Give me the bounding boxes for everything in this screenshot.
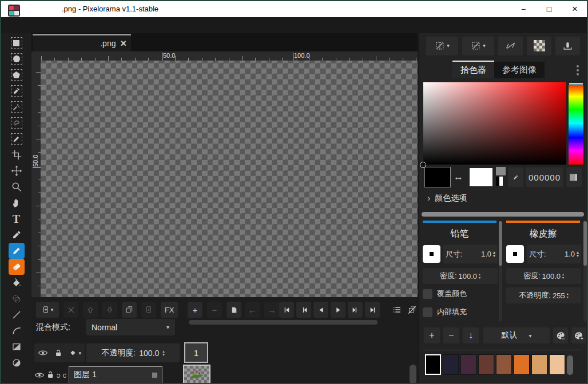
clone-frame-button[interactable] [227, 302, 241, 318]
hue-cursor-icon[interactable] [569, 82, 583, 85]
timeline-vertical-scrollbar[interactable] [410, 365, 416, 384]
curve-tool[interactable] [9, 323, 25, 339]
link-cel-icon[interactable]: ɔ [57, 371, 61, 379]
clone-layer-button[interactable] [122, 302, 137, 318]
add-frame-button[interactable]: + [188, 302, 202, 318]
blend-mode-dropdown[interactable]: Normal ▾ [86, 319, 175, 335]
previous-frame-button[interactable] [296, 302, 311, 318]
move-tool[interactable] [9, 163, 25, 179]
shading-tool[interactable] [9, 291, 25, 307]
timeline-horizontal-scrollbar[interactable] [189, 320, 378, 325]
zoom-tool[interactable] [9, 179, 25, 195]
dynamics-button[interactable] [498, 37, 523, 55]
secondary-color-swatch[interactable] [470, 168, 492, 186]
magic-wand-tool[interactable] [9, 99, 25, 115]
layer-name-field[interactable]: 图层 1 [69, 366, 162, 383]
tab-color-picker[interactable]: 拾色器 [452, 61, 494, 78]
edit-palette-button[interactable] [553, 327, 568, 343]
layer-lock-icon[interactable] [55, 349, 62, 357]
palette-swatch-2[interactable] [443, 354, 459, 375]
hex-color-field[interactable]: 000000 [526, 167, 563, 187]
text-tool[interactable]: T [9, 211, 25, 227]
tab-close-icon[interactable]: × [120, 39, 126, 47]
crop-tool[interactable] [9, 147, 25, 163]
left-brush-button[interactable] [423, 245, 440, 263]
palette-swatch-7[interactable] [531, 354, 547, 375]
layer-opacity-spinner[interactable]: ▴▾ [162, 350, 165, 356]
primary-color-swatch[interactable] [424, 167, 451, 187]
tab-reference-images[interactable]: 参考图像 [494, 62, 545, 78]
greyscale-view-button[interactable] [555, 37, 580, 55]
next-frame-button[interactable] [348, 302, 363, 318]
transparency-background-button[interactable] [527, 37, 551, 55]
right-brush-button[interactable] [506, 245, 524, 263]
hue-slider[interactable] [569, 82, 583, 165]
fill-inside-checkbox[interactable] [423, 307, 432, 317]
right-density-spinner[interactable]: ▴▾ [562, 273, 564, 279]
play-button[interactable] [331, 302, 345, 318]
eraser-opacity-spinner[interactable]: ▴▾ [567, 293, 569, 299]
move-layer-down-button[interactable] [102, 302, 117, 318]
onion-skinning-button[interactable] [404, 302, 419, 318]
overwrite-color-checkbox-row[interactable]: 覆盖颜色 [423, 289, 467, 299]
left-density-field[interactable]: 密度: 100.0 ▴▾ [423, 268, 498, 284]
move-frame-left-button[interactable]: ← [245, 302, 260, 318]
palette-swatch-4[interactable] [478, 354, 494, 375]
layer-visibility-icon[interactable] [38, 349, 48, 357]
timeline-settings-button[interactable] [390, 302, 404, 318]
color-select-tool[interactable] [9, 83, 25, 99]
color-options-expander[interactable]: › 颜色选项 [427, 193, 467, 203]
reset-colors-bottom-icon[interactable] [496, 177, 503, 186]
eraser-opacity-field[interactable]: 不透明度: 255 ▴▾ [506, 287, 581, 303]
remove-color-button[interactable]: − [443, 327, 459, 343]
remove-frame-button[interactable]: − [207, 302, 222, 318]
lasso-select-tool[interactable] [9, 115, 25, 131]
bucket-tool[interactable] [9, 275, 25, 291]
right-size-field[interactable]: 尺寸: 1.0 ▴▾ [527, 245, 581, 263]
panel-horizontal-scrollbar[interactable] [422, 212, 584, 217]
left-density-spinner[interactable]: ▴▾ [479, 273, 480, 279]
layer-fx-button[interactable]: FX [161, 302, 178, 318]
color-picker-tool[interactable] [9, 227, 25, 243]
palette-swatch-5[interactable] [496, 354, 512, 375]
add-color-button[interactable]: + [424, 327, 440, 343]
polygon-select-tool[interactable] [9, 67, 25, 83]
drawing-canvas[interactable] [41, 61, 418, 297]
pan-tool[interactable] [9, 195, 25, 211]
cel-bucket-button[interactable]: ▾ [69, 349, 81, 357]
left-size-field[interactable]: 尺寸: 1.0 ▴▾ [443, 245, 498, 263]
palette-swatch-8[interactable] [549, 354, 565, 375]
overwrite-color-checkbox[interactable] [423, 289, 432, 299]
layer-opacity-field[interactable]: 不透明度: 100.0 ▴▾ [86, 343, 180, 362]
move-frame-right-button[interactable]: → [264, 302, 279, 318]
pencil-tool[interactable] [9, 243, 25, 259]
sort-palette-button[interactable]: ↓ [463, 327, 479, 343]
maximize-button[interactable]: □ [538, 1, 561, 17]
minimize-button[interactable]: − [512, 1, 535, 17]
layer1-visibility-icon[interactable] [34, 371, 45, 379]
screen-color-picker-button[interactable] [508, 167, 523, 187]
settings-left-scrollbar[interactable] [499, 221, 502, 322]
settings-right-scrollbar[interactable] [583, 221, 587, 322]
merge-layer-button[interactable] [141, 302, 156, 318]
rectangle-tool[interactable] [9, 339, 25, 355]
left-size-spinner[interactable]: ▴▾ [493, 251, 495, 257]
unlink-cel-icon[interactable]: c [63, 371, 67, 379]
eraser-tool[interactable] [9, 259, 25, 275]
ellipse-tool[interactable] [9, 355, 25, 371]
palette-swatch-1[interactable] [425, 354, 441, 375]
close-button[interactable]: × [563, 1, 586, 17]
play-backwards-button[interactable] [313, 302, 328, 318]
new-palette-button[interactable] [571, 327, 586, 343]
delete-layer-button[interactable] [63, 302, 78, 318]
paint-select-tool[interactable] [9, 131, 25, 147]
move-layer-up-button[interactable] [83, 302, 98, 318]
add-layer-button[interactable]: ▾ [36, 302, 59, 318]
mirror-y-button[interactable]: ▾ [462, 37, 494, 55]
cel-thumbnail[interactable] [183, 365, 210, 384]
palette-swatch-3[interactable] [460, 354, 476, 375]
reset-colors-top-icon[interactable] [496, 167, 506, 175]
palette-select-dropdown[interactable]: 默认 ▾ [483, 327, 550, 343]
go-first-frame-button[interactable] [279, 302, 294, 318]
palette-scrollbar[interactable] [567, 355, 573, 375]
